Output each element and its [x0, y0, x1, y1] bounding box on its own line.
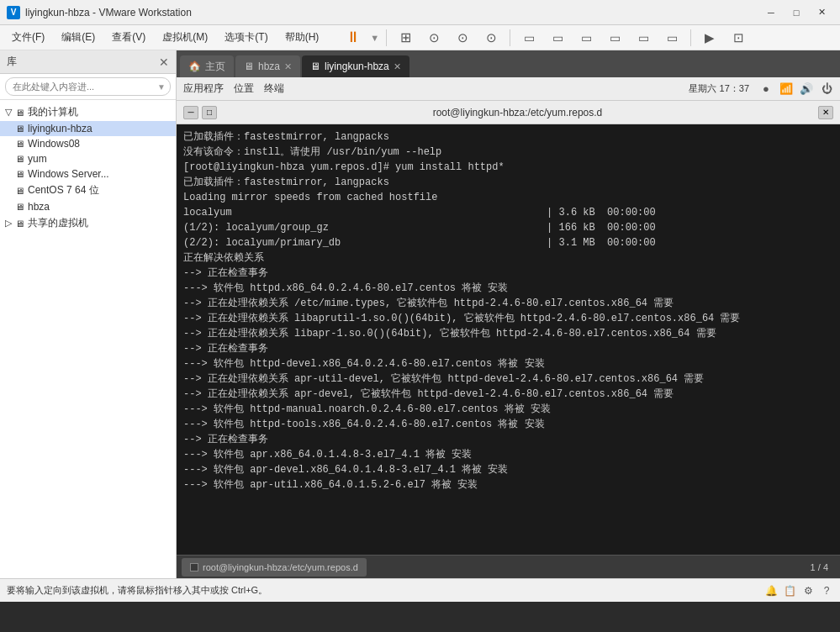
- sidebar-close-button[interactable]: ✕: [159, 55, 169, 69]
- tab-home[interactable]: 🏠 主页: [180, 55, 234, 77]
- toolbar-btn-12[interactable]: ⊡: [726, 27, 751, 49]
- tree-vm-centos[interactable]: 🖥 CentOS 7 64 位: [0, 182, 176, 199]
- system-time: 星期六 17：37: [689, 82, 749, 95]
- toolbar-btn-1[interactable]: ⊞: [393, 27, 418, 49]
- tree-label: CentOS 7 64 位: [28, 183, 99, 198]
- search-icon: ▼: [157, 82, 166, 92]
- tree-label: 共享的虚拟机: [28, 216, 88, 230]
- tree-group-shared[interactable]: ▷ 🖥 共享的虚拟机: [0, 214, 176, 232]
- tab-label: 主页: [205, 60, 225, 74]
- window-controls: ─ □ ✕: [759, 4, 833, 21]
- tab-close-liyingkun[interactable]: ✕: [394, 61, 401, 72]
- bottom-tab-terminal[interactable]: root@liyingkun-hbza:/etc/yum.repos.d: [182, 558, 367, 577]
- tree-label: Windows08: [28, 138, 80, 150]
- vm-icon: 🖥: [15, 139, 24, 149]
- page-info: 1 / 4: [804, 562, 835, 572]
- menu-vm[interactable]: 虚拟机(M): [154, 27, 216, 48]
- inner-menu-apps[interactable]: 应用程序: [183, 82, 224, 96]
- content-area: 🏠 主页 🖥 hbza ✕ 🖥 liyingkun-hbza ✕ 应用程序 位置…: [177, 50, 840, 578]
- main-layout: 库 ✕ ▼ ▽ 🖥 我的计算机 🖥 liyingkun-hbza 🖥 Windo…: [0, 50, 840, 578]
- status-text: 要将输入定向到该虚拟机，请将鼠标指针移入其中或按 Ctrl+G。: [7, 584, 267, 597]
- sidebar-tree: ▽ 🖥 我的计算机 🖥 liyingkun-hbza 🖥 Windows08 🖥…: [0, 100, 176, 578]
- app-icon: V: [7, 6, 20, 19]
- vm-icon: 🖥: [244, 61, 254, 72]
- expand-icon: ▷: [5, 218, 12, 229]
- status-bar: 要将输入定向到该虚拟机，请将鼠标指针移入其中或按 Ctrl+G。 🔔 📋 ⚙ ?: [0, 578, 840, 602]
- terminal-close-btn[interactable]: ✕: [818, 106, 833, 119]
- toolbar-separator-2: [510, 29, 510, 46]
- help-icon[interactable]: ?: [820, 584, 833, 598]
- computer-icon: 🖥: [15, 108, 24, 118]
- sidebar-header: 库 ✕: [0, 50, 176, 74]
- menu-file[interactable]: 文件(F): [3, 27, 53, 48]
- toolbar-btn-10[interactable]: ▭: [659, 27, 684, 49]
- toolbar-btn-3[interactable]: ⊙: [450, 27, 475, 49]
- network-icon: 📶: [779, 82, 793, 96]
- bottom-tab-bar: root@liyingkun-hbza:/etc/yum.repos.d 1 /…: [177, 555, 840, 578]
- collapse-icon: ▽: [5, 107, 12, 118]
- terminal-maximize-btn[interactable]: □: [202, 106, 217, 119]
- tree-label: Windows Server...: [28, 168, 109, 180]
- menu-edit[interactable]: 编辑(E): [53, 27, 103, 48]
- toolbar-separator-3: [690, 29, 691, 46]
- menu-bar: 文件(F) 编辑(E) 查看(V) 虚拟机(M) 选项卡(T) 帮助(H) ⏸ …: [0, 25, 840, 50]
- tab-hbza[interactable]: 🖥 hbza ✕: [235, 55, 300, 77]
- notification-icon[interactable]: 🔔: [764, 584, 778, 598]
- tab-label: liyingkun-hbza: [325, 61, 389, 72]
- power-icon[interactable]: ⏻: [820, 82, 833, 96]
- toolbar-btn-8[interactable]: ▭: [602, 27, 627, 49]
- inner-menu-places[interactable]: 位置: [234, 82, 254, 96]
- toolbar-btn-6[interactable]: ▭: [545, 27, 570, 49]
- terminal-indicator-icon: [190, 563, 198, 571]
- menu-help[interactable]: 帮助(H): [277, 27, 328, 48]
- vm-icon: 🖥: [15, 202, 24, 212]
- toolbar-btn-5[interactable]: ▭: [516, 27, 542, 49]
- tree-label: hbza: [28, 201, 50, 213]
- sidebar: 库 ✕ ▼ ▽ 🖥 我的计算机 🖥 liyingkun-hbza 🖥 Windo…: [0, 50, 177, 578]
- tab-close-hbza[interactable]: ✕: [284, 61, 292, 72]
- toolbar-btn-9[interactable]: ▭: [631, 27, 656, 49]
- tree-label: yum: [28, 153, 47, 165]
- vm-icon: 🖥: [310, 61, 320, 72]
- settings-icon[interactable]: ⚙: [801, 584, 815, 598]
- terminal-titlebar: ─ □ root@liyingkun-hbza:/etc/yum.repos.d…: [177, 101, 840, 124]
- tree-vm-windows-server[interactable]: 🖥 Windows Server...: [0, 166, 176, 182]
- tree-vm-yum[interactable]: 🖥 yum: [0, 151, 176, 166]
- toolbar-btn-7[interactable]: ▭: [573, 27, 599, 49]
- menu-view[interactable]: 查看(V): [103, 27, 154, 48]
- vm-icon: 🖥: [15, 169, 24, 179]
- pause-button[interactable]: ⏸: [341, 27, 366, 49]
- sidebar-search-container: ▼: [0, 74, 176, 100]
- minimize-button[interactable]: ─: [759, 4, 783, 21]
- menu-tabs[interactable]: 选项卡(T): [216, 27, 276, 48]
- toolbar-btn-4[interactable]: ⊙: [478, 27, 504, 49]
- tree-vm-liyingkun[interactable]: 🖥 liyingkun-hbza: [0, 121, 176, 136]
- tab-liyingkun[interactable]: 🖥 liyingkun-hbza ✕: [302, 55, 409, 77]
- toolbar-btn-11[interactable]: ▶: [697, 27, 722, 49]
- home-icon: 🏠: [188, 61, 201, 72]
- close-button[interactable]: ✕: [810, 4, 833, 21]
- terminal-controls-left: ─ □: [183, 106, 217, 119]
- tree-group-my-computer[interactable]: ▽ 🖥 我的计算机: [0, 103, 176, 121]
- status-icons: ● 📶 🔊 ⏻: [759, 82, 833, 96]
- terminal-controls-right: ✕: [818, 106, 833, 119]
- sidebar-search-input[interactable]: [5, 77, 171, 96]
- sidebar-title: 库: [7, 55, 17, 69]
- clipboard-icon[interactable]: 📋: [783, 584, 796, 598]
- volume-icon: 🔊: [800, 82, 813, 96]
- vm-icon: 🖥: [15, 154, 24, 164]
- terminal-content[interactable]: 已加载插件：fastestmirror, langpacks 没有该命令：ins…: [177, 124, 840, 555]
- computer-icon: 🖥: [15, 219, 24, 229]
- toolbar-btn-2[interactable]: ⊙: [421, 27, 446, 49]
- terminal-title: root@liyingkun-hbza:/etc/yum.repos.d: [217, 107, 818, 118]
- tree-label: 我的计算机: [28, 105, 78, 119]
- tab-label: hbza: [258, 61, 280, 72]
- tree-vm-hbza[interactable]: 🖥 hbza: [0, 199, 176, 214]
- inner-menu-terminal[interactable]: 终端: [264, 82, 284, 96]
- tree-vm-windows08[interactable]: 🖥 Windows08: [0, 136, 176, 151]
- vm-icon: 🖥: [15, 186, 24, 196]
- inner-header: 应用程序 位置 终端 星期六 17：37 ● 📶 🔊 ⏻: [177, 77, 840, 101]
- terminal-minimize-btn[interactable]: ─: [183, 106, 198, 119]
- maximize-button[interactable]: □: [785, 4, 808, 21]
- title-bar: V liyingkun-hbza - VMware Workstation ─ …: [0, 0, 840, 25]
